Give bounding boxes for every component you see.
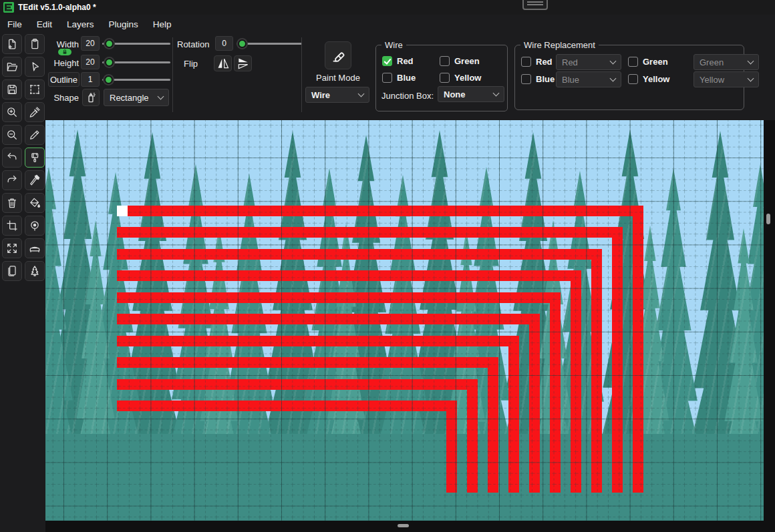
menu-item-file[interactable]: File [5,18,24,31]
zoom-out-button[interactable] [2,125,22,145]
pencil-tool-button[interactable] [25,125,45,145]
picker-tool-button[interactable] [25,102,45,122]
wire-yellow-label: Yellow [454,73,481,83]
chevron-down-icon [358,91,365,97]
chevron-down-icon [610,75,617,82]
crop-button[interactable] [2,216,22,236]
menu-item-edit[interactable]: Edit [35,18,54,31]
hammer-tool-button[interactable] [25,170,45,190]
fit-view-button[interactable] [2,238,22,258]
pin-icon [28,219,41,232]
horizontal-scrollbar-thumb[interactable] [398,524,409,527]
folder-icon [5,60,19,73]
paint-mode-value: Wire [311,90,330,100]
menu-item-layers[interactable]: Layers [65,18,96,31]
brush-tool-button[interactable] [25,148,45,168]
menu-item-help[interactable]: Help [151,18,174,31]
redo-icon [5,174,19,187]
replace-red-checkbox[interactable] [521,57,531,67]
replace-green-dropdown[interactable]: Green [693,54,759,70]
menu-item-plugins[interactable]: Plugins [107,18,140,31]
sprite-tool-button[interactable] [2,261,22,281]
trash-icon [5,196,19,210]
undo-button[interactable] [2,148,22,168]
flip-vertical-icon [237,57,250,70]
window-title: TEdit v5.1.0-alpha0 * [18,3,96,12]
junction-box-value: None [444,89,466,99]
pencil-icon [28,128,41,142]
wire-yellow-checkbox[interactable] [440,73,450,83]
menubar: FileEditLayersPluginsHelp [0,15,775,33]
width-slider-thumb[interactable] [105,39,114,48]
lock-icon [58,49,71,55]
open-world-button[interactable] [2,57,22,77]
rotation-slider-thumb[interactable] [238,39,247,48]
replace-yellow-dropdown[interactable]: Yellow [693,71,759,87]
outline-input[interactable]: 1 [81,72,100,87]
bench-icon [28,242,41,255]
paint-mode-dropdown[interactable]: Wire [305,87,369,103]
chevron-down-icon [158,93,164,100]
outline-slider-thumb[interactable] [104,75,113,84]
paint-mode-label: Paint Mode [307,73,369,83]
redo-button[interactable] [2,170,22,190]
wire-green-label: Green [454,56,480,66]
delete-button[interactable] [2,193,22,213]
wire-group: Wire RedGreenBlueYellow Junction Box: No… [375,45,508,111]
floppy-icon [5,83,19,96]
replace-blue-checkbox[interactable] [521,74,531,84]
world-canvas[interactable] [45,120,764,521]
junction-box-label: Junction Box: [381,91,434,101]
replace-green-checkbox[interactable] [628,57,638,67]
spray-can-icon [84,91,98,104]
size-lock-toggle[interactable] [58,49,71,55]
shape-dropdown[interactable]: Rectangle [104,89,169,106]
eraser-icon [329,47,347,64]
chevron-down-icon [493,90,500,97]
flip-vertical-button[interactable] [234,55,252,71]
flip-horizontal-button[interactable] [214,55,232,71]
toolbar: Width 20 Height 20 Outline 1 Shape Recta… [45,33,775,120]
paste-button[interactable] [25,34,45,54]
arrow-tool-button[interactable] [25,57,45,77]
replace-red-label: Red [536,57,553,67]
width-input[interactable]: 20 [81,36,100,51]
height-slider-thumb[interactable] [105,58,114,67]
eraser-mode-button[interactable] [325,41,351,69]
chevron-down-icon [748,58,754,65]
wire-green-checkbox[interactable] [440,56,450,66]
outline-toggle[interactable]: Outline [48,72,80,87]
tree-icon [28,264,41,278]
window-drag-handle[interactable] [522,0,548,10]
app-logo-icon [3,2,14,13]
rotation-label: Rotation [177,39,209,49]
rotation-input[interactable]: 0 [215,36,233,51]
cursor-icon [28,60,41,73]
replace-yellow-checkbox[interactable] [628,74,638,84]
zoom-in-button[interactable] [2,102,22,122]
save-world-button[interactable] [2,79,22,99]
file-plus-icon [5,37,19,51]
wire-red-checkbox[interactable] [382,56,392,66]
replace-red-dropdown[interactable]: Red [556,54,621,70]
selection-tool-button[interactable] [25,79,45,99]
wire-red-label: Red [397,56,414,66]
tree-tool-button[interactable] [25,261,45,281]
height-input[interactable]: 20 [81,55,100,69]
replace-blue-dropdown[interactable]: Blue [556,71,621,87]
toolbar-divider-2 [301,37,302,112]
new-world-button[interactable] [2,34,22,54]
point-tool-button[interactable] [25,216,45,236]
brush-icon [28,151,41,164]
card-icon [5,264,19,278]
junction-box-dropdown[interactable]: None [438,86,504,102]
replace-green-label: Green [643,57,668,67]
bench-tool-button[interactable] [25,238,45,258]
wire-blue-label: Blue [397,73,416,83]
fill-tool-button[interactable] [25,193,45,213]
wire-blue-checkbox[interactable] [382,73,392,83]
hammer-icon [28,174,41,187]
spray-button[interactable] [82,89,100,106]
replace-blue-label: Blue [536,74,555,84]
vertical-scrollbar-thumb[interactable] [766,214,770,224]
